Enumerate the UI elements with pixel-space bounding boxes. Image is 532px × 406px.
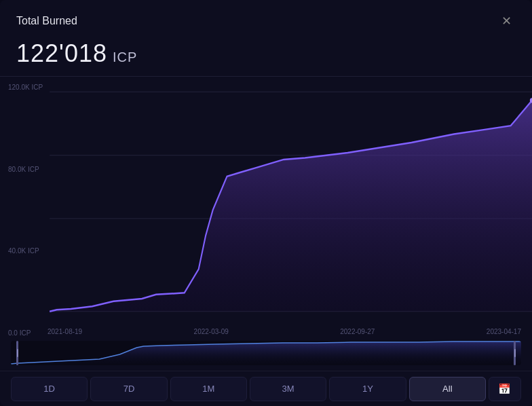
total-burned-modal: Total Burned ✕ 122'018ICP 120.0K ICP 80.… <box>0 0 532 406</box>
minimap-handle-right[interactable] <box>514 341 516 365</box>
value-section: 122'018ICP <box>0 37 532 76</box>
y-axis-labels: 120.0K ICP 80.0K ICP 40.0K ICP 0.0 ICP <box>8 84 43 337</box>
footer-tabs: 1D 7D 1M 3M 1Y All 📅 <box>0 371 532 406</box>
x-label-4: 2023-04-17 <box>487 328 521 335</box>
amount-text: 122'018 <box>16 39 107 67</box>
y-label-120k: 120.0K ICP <box>8 84 43 91</box>
tab-1y[interactable]: 1Y <box>329 377 406 401</box>
close-button[interactable]: ✕ <box>497 14 516 29</box>
tab-3m[interactable]: 3M <box>250 377 326 401</box>
chart-fill <box>50 100 532 312</box>
x-axis-labels: 2021-08-19 2022-03-09 2022-09-27 2023-04… <box>48 328 521 335</box>
x-label-3: 2022-09-27 <box>340 328 375 335</box>
handle-grip-left <box>17 349 18 357</box>
minimap-svg <box>11 341 521 365</box>
modal-header: Total Burned ✕ <box>0 0 532 37</box>
chart-svg-container <box>0 84 532 337</box>
unit-text: ICP <box>113 50 137 64</box>
main-value: 122'018ICP <box>16 39 137 67</box>
handle-grip-right <box>514 349 516 357</box>
calendar-icon: 📅 <box>498 383 511 395</box>
minimap[interactable] <box>11 341 521 365</box>
x-label-2: 2022-03-09 <box>194 328 229 335</box>
y-label-0: 0.0 ICP <box>8 329 43 337</box>
minimap-handle-left[interactable] <box>16 341 18 365</box>
tab-1d[interactable]: 1D <box>11 377 88 401</box>
y-label-80k: 80.0K ICP <box>8 166 43 173</box>
tab-7d[interactable]: 7D <box>90 377 167 401</box>
tab-calendar[interactable]: 📅 <box>489 377 521 401</box>
modal-title: Total Burned <box>16 15 77 27</box>
x-label-1: 2021-08-19 <box>48 328 82 335</box>
tab-1m[interactable]: 1M <box>170 377 247 401</box>
y-label-40k: 40.0K ICP <box>8 247 43 255</box>
tab-all[interactable]: All <box>409 377 486 401</box>
main-chart-svg <box>0 84 532 337</box>
chart-area: 120.0K ICP 80.0K ICP 40.0K ICP 0.0 ICP <box>0 77 532 371</box>
minimap-fill <box>11 342 521 364</box>
